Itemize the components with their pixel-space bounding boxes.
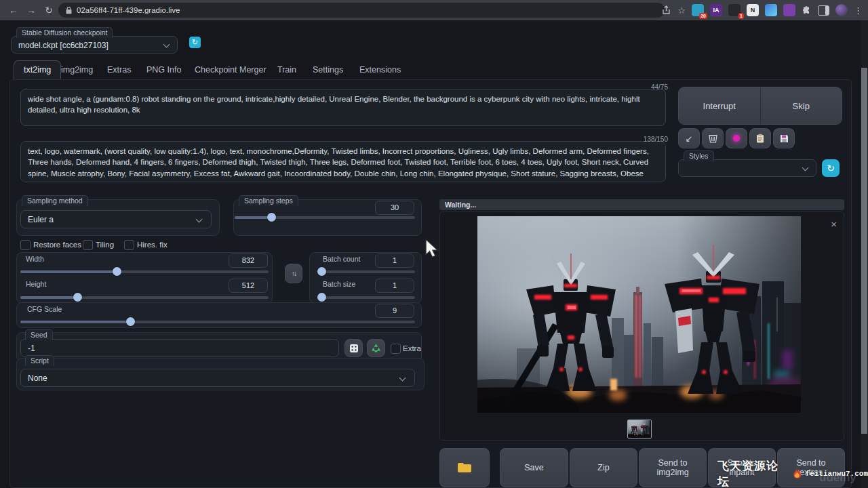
tiling-checkbox[interactable] [83,240,93,250]
chevron-down-icon [196,216,203,223]
browser-extensions-row: ☆ 20 IA 1 N ⋮ [662,2,863,18]
watermark-site-text: feitianwu7.com [806,470,868,478]
save-style-button[interactable] [773,128,795,148]
extension-badge-20-icon[interactable]: 20 [692,4,704,16]
clear-prompt-button[interactable] [702,128,724,148]
extension-notion-icon[interactable]: N [747,4,759,16]
hires-fix-label: Hires. fix [137,241,167,249]
bookmark-star-icon[interactable]: ☆ [677,5,686,16]
browser-menu-kebab-icon[interactable]: ⋮ [854,5,863,16]
script-value: None [28,373,47,383]
lock-icon [66,7,72,14]
tab-extras[interactable]: Extras [107,65,131,75]
save-button[interactable]: Save [500,448,568,487]
negative-prompt-textarea[interactable]: text, logo, watermark, (worst quality, l… [20,141,666,182]
restore-faces-label: Restore faces [33,241,81,249]
batch-size-slider[interactable] [317,296,415,299]
generated-image[interactable] [477,216,801,413]
extension-badge-1-icon[interactable]: 1 [728,4,741,16]
sampling-method-label: Sampling method [22,195,88,206]
batch-count-slider[interactable] [317,270,415,273]
width-label: Width [26,255,44,263]
generate-action-group: Interrupt Skip [678,87,842,125]
seed-input[interactable] [20,339,339,357]
close-icon[interactable]: × [831,219,837,229]
prompt-textarea[interactable]: wide shot angle, a (gundam:0.8) robot st… [20,89,666,126]
checkpoint-refresh-button[interactable]: ↻ [189,37,201,48]
batch-count-value[interactable]: 1 [375,253,414,268]
width-value[interactable]: 832 [229,253,268,268]
sampling-steps-slider[interactable] [235,216,415,219]
progress-status-text: Waiting... [445,201,476,209]
styles-dropdown[interactable] [678,159,816,177]
checkpoint-dropdown[interactable]: model.ckpt [cc6cb27103] [11,36,178,54]
extension-ia-icon[interactable]: IA [710,4,722,16]
application-window: ← → ↻ 02a56ff4-71ff-439e.gradio.live ☆ 2… [0,0,868,488]
extra-seed-label: Extra [403,344,421,352]
tab-png-info[interactable]: PNG Info [146,65,181,75]
random-seed-button[interactable] [344,339,363,357]
tiling-label: Tiling [96,241,114,249]
hires-fix-checkbox[interactable] [124,240,134,250]
share-icon[interactable] [662,5,671,15]
cfg-scale-value[interactable]: 9 [375,304,414,318]
extension-purple-icon[interactable] [783,4,795,16]
styles-label: Styles [684,150,714,161]
chevron-down-icon [399,375,406,382]
paste-generation-params-button[interactable]: ↙ [678,128,700,148]
styles-refresh-button[interactable]: ↻ [822,159,840,177]
floppy-disk-icon [780,134,789,143]
browser-forward-icon[interactable]: → [23,2,39,18]
send-to-img2img-button[interactable]: Send to img2img [639,448,707,487]
apply-styles-button[interactable] [749,128,771,148]
extension-image-icon[interactable] [765,4,777,16]
width-slider[interactable] [20,270,269,273]
height-label: Height [26,280,46,288]
swap-width-height-button[interactable]: ↑↓ [285,264,302,283]
browser-toolbar: ← → ↻ 02a56ff4-71ff-439e.gradio.live ☆ 2… [0,0,868,20]
palette-dot-icon [733,135,740,142]
interrupt-button[interactable]: Interrupt [679,87,761,124]
address-bar[interactable]: 02a56ff4-71ff-439e.gradio.live [58,3,665,18]
art-style-button[interactable] [726,128,747,148]
flame-icon [791,467,804,481]
extra-seed-checkbox[interactable] [391,344,401,354]
browser-reload-icon[interactable]: ↻ [41,2,57,18]
extensions-puzzle-icon[interactable] [802,5,812,16]
dice-icon [349,344,359,353]
sampling-method-value: Euler a [28,215,54,224]
tab-img2img[interactable]: img2img [61,65,93,75]
profile-avatar[interactable] [835,4,848,16]
trash-icon [709,134,717,143]
zip-button[interactable]: Zip [570,448,637,487]
script-dropdown[interactable]: None [20,369,415,387]
open-folder-button[interactable] [439,448,490,487]
reuse-seed-button[interactable] [367,339,385,357]
page-scrollbar-thumb[interactable] [861,68,867,434]
tab-train[interactable]: Train [277,65,296,75]
tab-txt2img[interactable]: txt2img [14,60,61,79]
swap-arrows-icon: ↑↓ [292,270,296,277]
height-value[interactable]: 512 [229,279,268,293]
sidebar-toggle-icon[interactable] [818,5,829,16]
skip-button[interactable]: Skip [761,87,842,124]
checkpoint-label: Stable Diffusion checkpoint [16,27,113,38]
gallery-thumbnail[interactable] [627,420,652,439]
page-scrollbar-track[interactable] [861,20,868,488]
restore-faces-checkbox[interactable] [20,240,31,250]
seed-label: Seed [25,329,53,340]
batch-size-value[interactable]: 1 [375,279,414,293]
height-slider[interactable] [20,296,269,299]
clipboard-icon [756,134,764,143]
sampling-steps-value[interactable]: 30 [375,201,414,215]
negative-prompt-token-counter: 138/150 [614,136,668,143]
tab-checkpoint-merger[interactable]: Checkpoint Merger [195,65,267,75]
script-label: Script [25,355,54,366]
tab-settings[interactable]: Settings [313,65,343,75]
batch-count-label: Batch count [323,255,360,263]
tab-extensions[interactable]: Extensions [359,65,401,75]
browser-back-icon[interactable]: ← [5,2,22,18]
sampling-method-dropdown[interactable]: Euler a [20,210,212,228]
extension-badge-count: 1 [738,13,744,19]
cfg-scale-slider[interactable] [20,321,415,323]
